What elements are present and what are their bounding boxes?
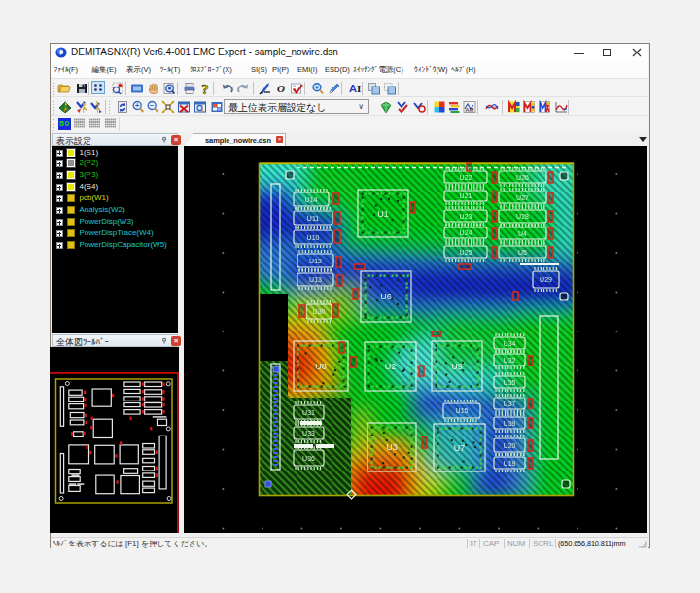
svg-text:U14: U14 (305, 196, 318, 203)
svg-text:U13: U13 (309, 276, 322, 283)
svg-text:U7: U7 (454, 443, 466, 453)
svg-text:U29: U29 (540, 276, 552, 283)
svg-text:U9: U9 (451, 362, 463, 371)
svg-text:U39: U39 (504, 420, 516, 427)
svg-text:U36: U36 (302, 455, 315, 462)
svg-text:U1: U1 (377, 209, 389, 219)
svg-text:U4: U4 (518, 230, 527, 237)
svg-text:O: O (277, 83, 285, 94)
svg-text:U30: U30 (313, 308, 326, 315)
svg-text:−: − (150, 101, 155, 110)
svg-text:U25: U25 (460, 249, 472, 256)
svg-text:U26: U26 (516, 174, 529, 181)
svg-text:U35: U35 (504, 379, 516, 386)
svg-text:U34: U34 (504, 340, 516, 347)
svg-text:U10: U10 (307, 234, 320, 241)
svg-text:U37: U37 (504, 401, 516, 407)
svg-text:AM: AM (466, 107, 474, 113)
svg-text:U31: U31 (302, 409, 315, 416)
svg-text:U12: U12 (309, 258, 322, 264)
svg-text:U24: U24 (460, 229, 472, 236)
svg-text:U20: U20 (504, 442, 516, 449)
svg-text:+: + (134, 101, 139, 110)
svg-text:U5: U5 (518, 249, 527, 256)
svg-text:U27: U27 (516, 194, 529, 201)
svg-text:U15: U15 (456, 407, 469, 414)
svg-text:A: A (349, 83, 357, 94)
svg-text:U6: U6 (380, 292, 392, 301)
svg-text:U3: U3 (386, 442, 398, 452)
svg-text:U28: U28 (516, 213, 529, 220)
svg-text:U32: U32 (504, 357, 516, 364)
svg-text:U23: U23 (460, 213, 472, 220)
svg-text:U11: U11 (307, 215, 319, 222)
svg-text:U33: U33 (302, 430, 315, 436)
svg-text:U2: U2 (385, 362, 397, 371)
svg-text:U22: U22 (460, 174, 472, 181)
svg-text:U21: U21 (460, 192, 472, 199)
svg-text:U19: U19 (504, 460, 516, 467)
svg-text:?: ? (201, 82, 209, 95)
svg-text:U8: U8 (315, 362, 327, 371)
